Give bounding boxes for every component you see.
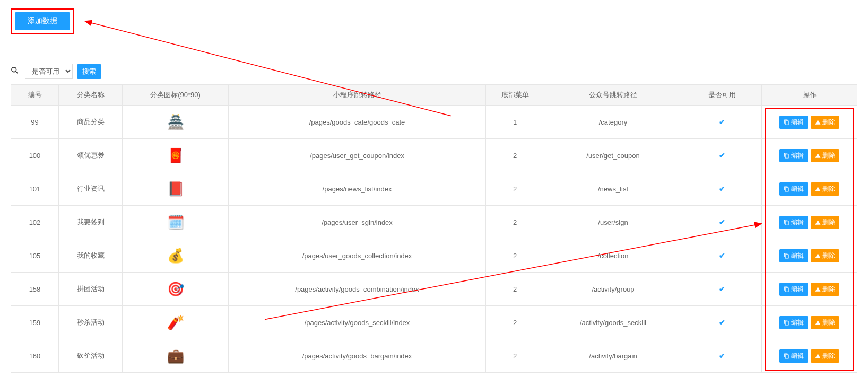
cell-icon: 💰	[123, 239, 229, 273]
delete-button[interactable]: 删除	[811, 316, 839, 329]
svg-point-0	[12, 67, 16, 72]
copy-icon	[784, 286, 789, 292]
cell-name: 砍价活动	[59, 339, 123, 373]
cell-bottom-menu: 2	[486, 239, 544, 273]
cell-mp-path: /activity/bargain	[544, 339, 682, 373]
edit-button[interactable]: 编辑	[779, 349, 808, 363]
edit-button[interactable]: 编辑	[779, 216, 808, 229]
delete-button[interactable]: 删除	[811, 249, 839, 262]
category-icon: 💼	[167, 347, 185, 365]
cell-mp-path: /news_list	[544, 172, 682, 206]
cell-icon: 📕	[123, 172, 229, 206]
cell-bottom-menu: 2	[486, 206, 544, 239]
col-bottom-menu: 底部菜单	[486, 85, 544, 106]
check-icon: ✔	[719, 151, 725, 160]
cell-icon: 🏯	[123, 106, 229, 139]
cell-mp-path: /activity/goods_seckill	[544, 306, 682, 339]
warning-icon	[815, 153, 821, 159]
data-table: 编号 分类名称 分类图标(90*90) 小程序跳转路径 底部菜单 公众号跳转路径…	[11, 84, 857, 373]
add-data-button[interactable]: 添加数据	[15, 12, 70, 30]
cell-id: 100	[11, 139, 59, 172]
edit-button[interactable]: 编辑	[779, 182, 808, 196]
cell-bottom-menu: 2	[486, 273, 544, 306]
edit-label: 编辑	[791, 151, 804, 160]
delete-label: 删除	[822, 151, 835, 160]
cell-available: ✔	[682, 172, 762, 206]
category-icon: 🗓️	[167, 213, 185, 231]
table-row: 160 砍价活动 💼 /pages/activity/goods_bargain…	[11, 339, 857, 373]
cell-available: ✔	[682, 306, 762, 339]
cell-id: 99	[11, 106, 59, 139]
cell-mini-path: /pages/activity/goods_bargain/index	[229, 339, 486, 373]
warning-icon	[815, 119, 821, 125]
col-mp-path: 公众号跳转路径	[544, 85, 682, 106]
delete-label: 删除	[822, 185, 835, 194]
cell-name: 行业资讯	[59, 172, 123, 206]
delete-label: 删除	[822, 118, 835, 127]
cell-available: ✔	[682, 139, 762, 172]
col-available: 是否可用	[682, 85, 762, 106]
cell-available: ✔	[682, 206, 762, 239]
edit-button[interactable]: 编辑	[779, 116, 808, 129]
warning-icon	[815, 353, 821, 359]
cell-available: ✔	[682, 239, 762, 273]
delete-label: 删除	[822, 251, 835, 260]
delete-button[interactable]: 删除	[811, 283, 839, 296]
delete-button[interactable]: 删除	[811, 149, 839, 162]
check-icon: ✔	[719, 352, 725, 360]
cell-actions: 编辑 删除	[762, 206, 857, 239]
annotation-box-add: 添加数据	[11, 8, 74, 34]
edit-label: 编辑	[791, 218, 804, 227]
cell-available: ✔	[682, 106, 762, 139]
check-icon: ✔	[719, 118, 725, 126]
cell-id: 105	[11, 239, 59, 273]
edit-button[interactable]: 编辑	[779, 283, 808, 296]
category-icon: 🧧	[167, 146, 185, 164]
delete-button[interactable]: 删除	[811, 116, 839, 129]
cell-bottom-menu: 2	[486, 339, 544, 373]
cell-icon: 🗓️	[123, 206, 229, 239]
warning-icon	[815, 320, 821, 326]
col-icon: 分类图标(90*90)	[123, 85, 229, 106]
cell-icon: 💼	[123, 339, 229, 373]
table-row: 105 我的收藏 💰 /pages/user_goods_collection/…	[11, 239, 857, 273]
cell-icon: 🧧	[123, 139, 229, 172]
delete-button[interactable]: 删除	[811, 182, 839, 196]
cell-actions: 编辑 删除	[762, 239, 857, 273]
edit-button[interactable]: 编辑	[779, 316, 808, 329]
delete-button[interactable]: 删除	[811, 216, 839, 229]
available-filter-select[interactable]: 是否可用	[25, 64, 73, 79]
cell-mini-path: /pages/user_sgin/index	[229, 206, 486, 239]
edit-label: 编辑	[791, 318, 804, 327]
edit-label: 编辑	[791, 251, 804, 260]
delete-label: 删除	[822, 352, 835, 361]
col-name: 分类名称	[59, 85, 123, 106]
cell-id: 101	[11, 172, 59, 206]
copy-icon	[784, 186, 789, 192]
search-icon	[11, 66, 19, 76]
edit-button[interactable]: 编辑	[779, 149, 808, 162]
copy-icon	[784, 153, 789, 159]
cell-name: 我的收藏	[59, 239, 123, 273]
check-icon: ✔	[719, 185, 725, 193]
search-button[interactable]: 搜索	[77, 64, 101, 79]
warning-icon	[815, 220, 821, 225]
cell-mp-path: /user/get_coupon	[544, 139, 682, 172]
delete-button[interactable]: 删除	[811, 349, 839, 363]
cell-mini-path: /pages/user_goods_collection/index	[229, 239, 486, 273]
cell-name: 领优惠券	[59, 139, 123, 172]
cell-available: ✔	[682, 273, 762, 306]
cell-bottom-menu: 2	[486, 139, 544, 172]
warning-icon	[815, 286, 821, 292]
cell-mini-path: /pages/goods_cate/goods_cate	[229, 106, 486, 139]
category-icon: 🧨	[167, 313, 185, 331]
cell-mp-path: /collection	[544, 239, 682, 273]
cell-id: 160	[11, 339, 59, 373]
table-row: 158 拼团活动 🎯 /pages/activity/goods_combina…	[11, 273, 857, 306]
cell-name: 我要签到	[59, 206, 123, 239]
edit-button[interactable]: 编辑	[779, 249, 808, 262]
cell-mini-path: /pages/news_list/index	[229, 172, 486, 206]
cell-actions: 编辑 删除	[762, 273, 857, 306]
cell-id: 159	[11, 306, 59, 339]
cell-mini-path: /pages/user_get_coupon/index	[229, 139, 486, 172]
